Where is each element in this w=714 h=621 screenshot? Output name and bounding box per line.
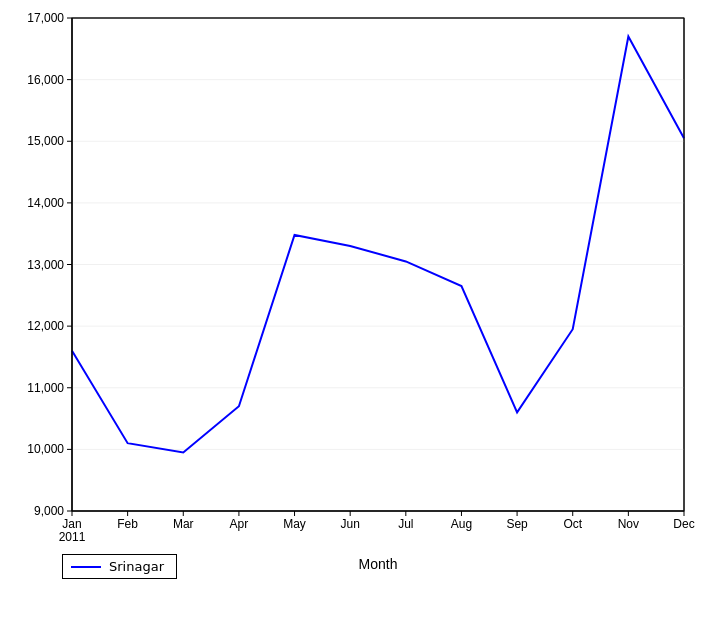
svg-text:Aug: Aug: [451, 517, 472, 531]
svg-text:Dec: Dec: [673, 517, 694, 531]
chart-svg: 9,00010,00011,00012,00013,00014,00015,00…: [0, 0, 714, 621]
svg-text:Jun: Jun: [341, 517, 360, 531]
legend-line-srinagar: [71, 566, 101, 568]
svg-text:Nov: Nov: [618, 517, 639, 531]
svg-text:Mar: Mar: [173, 517, 194, 531]
svg-text:10,000: 10,000: [27, 442, 64, 456]
legend-box: Srinagar: [62, 554, 177, 579]
svg-text:Month: Month: [359, 556, 398, 572]
svg-text:Jul: Jul: [398, 517, 413, 531]
legend-label-srinagar: Srinagar: [109, 559, 164, 574]
svg-text:May: May: [283, 517, 306, 531]
chart-container: 9,00010,00011,00012,00013,00014,00015,00…: [0, 0, 714, 621]
svg-text:14,000: 14,000: [27, 196, 64, 210]
svg-text:16,000: 16,000: [27, 73, 64, 87]
svg-text:12,000: 12,000: [27, 319, 64, 333]
svg-text:15,000: 15,000: [27, 134, 64, 148]
svg-text:Feb: Feb: [117, 517, 138, 531]
svg-text:17,000: 17,000: [27, 11, 64, 25]
svg-text:9,000: 9,000: [34, 504, 64, 518]
svg-text:Oct: Oct: [563, 517, 582, 531]
svg-text:13,000: 13,000: [27, 258, 64, 272]
svg-text:Jan2011: Jan2011: [59, 517, 86, 544]
svg-text:Sep: Sep: [506, 517, 528, 531]
svg-text:11,000: 11,000: [27, 381, 64, 395]
svg-text:Apr: Apr: [230, 517, 249, 531]
